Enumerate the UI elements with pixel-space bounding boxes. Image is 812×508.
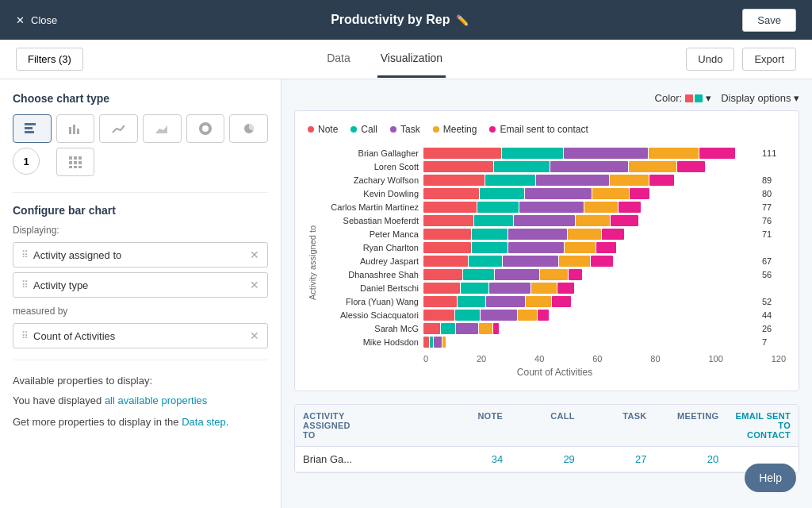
all-properties-link[interactable]: all available properties	[105, 394, 207, 406]
legend-task: Task	[390, 124, 420, 135]
svg-rect-2	[25, 131, 34, 133]
bar-track	[423, 215, 757, 226]
chip-activity-assigned[interactable]: ⠿ Activity assigned to ✕	[13, 242, 268, 267]
y-axis-label: Activity assigned to	[308, 148, 317, 378]
bar-segment-meeting	[592, 188, 629, 199]
display-options-button[interactable]: Display options ▾	[721, 92, 799, 104]
bar-label: Flora (Yuan) Wang	[324, 297, 419, 306]
bar-segment-email	[699, 148, 736, 159]
close-label: Close	[31, 14, 57, 26]
bar-row: Dhanashree Shah56	[324, 269, 786, 280]
configure-title: Configure bar chart	[13, 204, 268, 217]
edit-icon[interactable]: ✏️	[456, 14, 469, 26]
bar-segment-task	[486, 296, 525, 307]
bar-row: Loren Scott	[324, 161, 786, 172]
color-dropdown-icon: ▾	[706, 92, 711, 104]
bar-track	[423, 161, 757, 172]
chip-activity-type[interactable]: ⠿ Activity type ✕	[13, 272, 268, 298]
save-button[interactable]: Save	[742, 9, 796, 32]
available-props-section: Available properties to display: You hav…	[13, 373, 268, 430]
bar-label: Loren Scott	[324, 162, 419, 171]
bar-segment-call	[455, 310, 481, 321]
chip-close-2[interactable]: ✕	[250, 279, 259, 291]
chart-type-pie[interactable]	[229, 114, 268, 143]
bar-row: Brian Gallagher111	[324, 148, 786, 159]
measured-by-label: measured by	[13, 306, 268, 317]
bar-segment-email	[619, 202, 641, 213]
available-props-prefix: You have displayed	[13, 394, 105, 406]
chart-type-donut[interactable]	[186, 114, 225, 143]
display-options-icon: ▾	[794, 92, 799, 104]
td-task-1: 27	[583, 447, 655, 471]
chip-close-1[interactable]: ✕	[250, 248, 259, 261]
svg-rect-16	[69, 166, 72, 168]
svg-rect-13	[69, 161, 72, 164]
bar-segment-note	[423, 148, 501, 159]
x-tick: 120	[772, 354, 786, 364]
legend-label-note: Note	[318, 124, 338, 135]
chip-label-1: Activity assigned to	[33, 249, 121, 261]
filters-label[interactable]: Filters (3)	[16, 48, 83, 71]
bar-label: Brian Gallagher	[324, 148, 419, 158]
bar-segment-email	[677, 161, 705, 172]
chip-count[interactable]: ⠿ Count of Activities ✕	[13, 323, 268, 348]
display-options-label: Display options	[721, 92, 791, 104]
bar-segment-meeting	[479, 323, 493, 334]
bar-value: 111	[762, 148, 786, 158]
header-actions: Save	[742, 9, 796, 32]
chart-type-selector: 1	[13, 114, 268, 176]
get-more-text: Get more properties to display in the Da…	[13, 414, 268, 431]
bar-segment-task	[434, 337, 442, 348]
bar-segment-meeting	[576, 215, 609, 226]
bar-segment-email	[602, 229, 624, 240]
svg-rect-3	[69, 127, 71, 134]
chart-type-grid[interactable]	[56, 148, 95, 176]
td-note-1: 34	[439, 447, 511, 471]
svg-rect-14	[74, 161, 77, 164]
bar-track	[423, 188, 757, 199]
bar-row: Sebastian Moeferdt76	[324, 215, 786, 226]
chart-type-number[interactable]: 1	[13, 148, 40, 175]
tab-group: Data Visualization	[99, 40, 670, 78]
chart-type-horizontal-bar[interactable]	[13, 114, 52, 143]
export-button[interactable]: Export	[742, 48, 796, 71]
bar-segment-meeting	[649, 148, 699, 159]
get-more-suffix: .	[226, 416, 229, 428]
color-picker[interactable]: Color: ▾	[655, 92, 712, 104]
bar-segment-meeting	[518, 310, 538, 321]
bar-segment-meeting	[540, 269, 568, 280]
tab-data[interactable]: Data	[324, 40, 354, 78]
chart-type-bar[interactable]	[56, 114, 95, 143]
bar-segment-task	[564, 148, 647, 159]
undo-button[interactable]: Undo	[686, 48, 734, 71]
bar-segment-email	[591, 256, 613, 267]
data-step-link[interactable]: Data step	[182, 416, 226, 428]
th-note: NOTE	[439, 405, 511, 446]
bar-label: Carlos Martin Martinez	[324, 202, 419, 212]
bar-segment-email	[649, 175, 675, 186]
chart-type-area[interactable]	[143, 114, 182, 143]
bar-segment-note	[423, 269, 462, 280]
report-title-area: Productivity by Rep ✏️	[331, 13, 469, 27]
legend-dot-note	[308, 126, 314, 133]
bar-segment-note	[423, 229, 471, 240]
bar-label: Ryan Charlton	[324, 243, 419, 252]
help-button[interactable]: Help	[745, 464, 796, 492]
filters-button[interactable]: Filters (3)	[16, 48, 83, 71]
legend-note: Note	[308, 124, 338, 135]
close-button[interactable]: ✕ Close	[16, 14, 57, 26]
bar-chart: Activity assigned to Brian Gallagher111L…	[308, 148, 786, 378]
chart-type-line[interactable]	[99, 114, 138, 143]
svg-rect-15	[79, 161, 82, 164]
bar-segment-task	[514, 215, 575, 226]
legend-label-meeting: Meeting	[443, 124, 477, 135]
svg-rect-1	[25, 127, 33, 129]
bar-segment-task	[456, 323, 478, 334]
chip-close-3[interactable]: ✕	[250, 329, 259, 342]
tab-visualization[interactable]: Visualization	[377, 40, 446, 78]
chip-label-3: Count of Activities	[33, 330, 115, 342]
bar-value: 56	[762, 270, 786, 279]
drag-handle-icon-3: ⠿	[21, 330, 29, 341]
bar-label: Alessio Sciacquatori	[324, 310, 419, 320]
color-sq-2	[695, 94, 703, 102]
